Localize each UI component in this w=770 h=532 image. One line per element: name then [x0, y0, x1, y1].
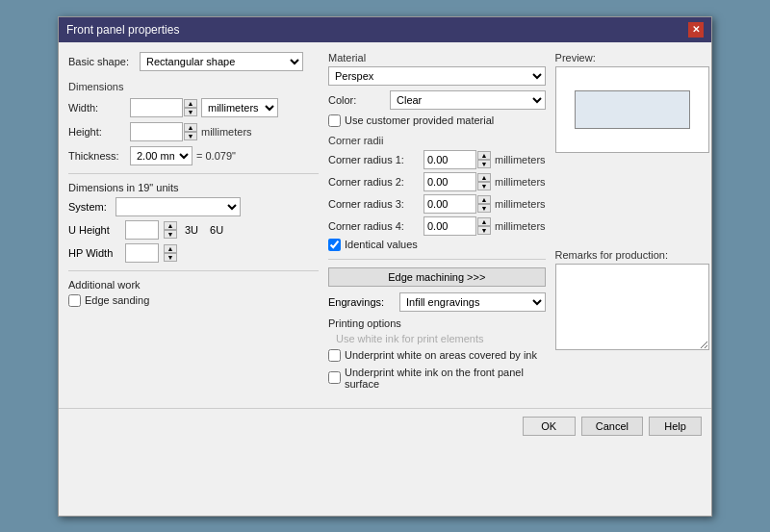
u-height-6u: 6U	[210, 224, 223, 236]
corner-4-down-btn[interactable]: ▼	[477, 226, 491, 235]
left-panel: Basic shape: Rectangular shape Dimension…	[68, 52, 319, 394]
underprint-surface-checkbox[interactable]	[328, 371, 341, 384]
hp-width-down-btn[interactable]: ▼	[164, 253, 177, 262]
dimensions-section: Dimensions Width: 248.00 ▲ ▼ millimeters	[68, 81, 319, 165]
color-select[interactable]: Clear	[390, 90, 546, 110]
use-customer-label: Use customer provided material	[345, 114, 494, 126]
front-panel-dialog: Front panel properties ✕ Basic shape: Re…	[58, 16, 712, 517]
corner-radii-section: Corner radii Corner radius 1: ▲ ▼ millim…	[328, 135, 546, 251]
width-row: Width: 248.00 ▲ ▼ millimeters	[68, 98, 319, 117]
width-spinner: 248.00 ▲ ▼	[130, 98, 197, 117]
divider-2	[68, 270, 319, 271]
corner-radius-4-input[interactable]	[424, 216, 476, 236]
corner-radius-4-label: Corner radius 4:	[328, 220, 420, 232]
printing-options-title: Printing options	[328, 317, 546, 329]
corner-3-down-btn[interactable]: ▼	[477, 204, 491, 213]
close-button[interactable]: ✕	[688, 22, 704, 38]
corner-4-up-btn[interactable]: ▲	[477, 217, 491, 226]
height-unit-text: millimeters	[201, 126, 252, 138]
width-up-btn[interactable]: ▲	[184, 99, 197, 108]
corner-1-down-btn[interactable]: ▼	[477, 160, 491, 168]
dimensions-19-title: Dimensions in 19" units	[68, 182, 319, 193]
dialog-title: Front panel properties	[66, 23, 179, 37]
corner-radius-1-input[interactable]	[424, 150, 476, 169]
bottom-buttons: OK Cancel Help	[59, 408, 711, 443]
u-height-label: U Height	[68, 224, 121, 236]
corner-radius-4-row: Corner radius 4: ▲ ▼ millimeters	[328, 216, 546, 236]
engravings-label: Engravings:	[328, 296, 396, 308]
width-down-btn[interactable]: ▼	[184, 108, 197, 116]
system-row: System:	[68, 197, 319, 216]
additional-work-title: Additional work	[68, 279, 319, 291]
u-height-down-btn[interactable]: ▼	[164, 230, 177, 239]
corner-2-down-btn[interactable]: ▼	[477, 182, 491, 190]
width-unit-select[interactable]: millimeters	[201, 98, 278, 117]
thickness-label: Thickness:	[68, 150, 126, 162]
corner-2-mm: millimeters	[495, 176, 546, 188]
corner-radius-1-label: Corner radius 1:	[328, 154, 420, 165]
hp-width-row: HP Width 0 ▲ ▼	[68, 243, 319, 263]
corner-radius-3-buttons: ▲ ▼	[477, 195, 491, 213]
underprint-surface-label: Underprint white ink on the front panel …	[345, 367, 546, 390]
corner-1-up-btn[interactable]: ▲	[477, 151, 491, 160]
divider-3	[328, 259, 546, 260]
white-ink-label: Use white ink for print elements	[336, 333, 483, 344]
middle-panel: Material Perspex Color: Clear Use custom…	[328, 52, 546, 394]
u-height-input[interactable]: 0	[125, 220, 159, 240]
corner-radius-2-spinner: ▲ ▼	[424, 172, 491, 191]
material-select[interactable]: Perspex	[328, 66, 546, 86]
preview-box	[555, 66, 709, 153]
corner-radius-1-spinner: ▲ ▼	[424, 150, 491, 169]
hp-width-label: HP Width	[68, 247, 121, 259]
corner-radius-4-buttons: ▲ ▼	[477, 217, 491, 235]
corner-4-mm: millimeters	[495, 220, 546, 232]
width-spinner-buttons: ▲ ▼	[184, 99, 197, 116]
dialog-titlebar: Front panel properties ✕	[59, 17, 711, 42]
corner-radius-2-input[interactable]	[424, 172, 476, 191]
underprint-areas-row: Underprint white on areas covered by ink	[328, 349, 546, 362]
corner-radius-3-row: Corner radius 3: ▲ ▼ millimeters	[328, 194, 546, 214]
remarks-textarea[interactable]	[555, 264, 709, 350]
use-customer-checkbox[interactable]	[328, 114, 341, 127]
identical-values-checkbox[interactable]	[328, 239, 341, 251]
width-input[interactable]: 248.00	[130, 98, 183, 117]
preview-label: Preview:	[555, 52, 719, 63]
height-up-btn[interactable]: ▲	[184, 123, 197, 132]
cancel-button[interactable]: Cancel	[581, 417, 643, 436]
corner-2-up-btn[interactable]: ▲	[477, 173, 491, 182]
corner-radius-4-spinner: ▲ ▼	[424, 216, 491, 236]
engravings-row: Engravings: Infill engravings	[328, 292, 546, 312]
underprint-areas-checkbox[interactable]	[328, 349, 341, 362]
basic-shape-label: Basic shape:	[68, 56, 136, 67]
corner-3-mm: millimeters	[495, 198, 546, 210]
dialog-body: Basic shape: Rectangular shape Dimension…	[59, 42, 711, 404]
corner-3-up-btn[interactable]: ▲	[477, 195, 491, 204]
hp-width-input[interactable]: 0	[125, 243, 159, 263]
edge-sanding-row: Edge sanding	[68, 294, 319, 307]
use-customer-row: Use customer provided material	[328, 114, 546, 127]
material-section: Material Perspex Color: Clear Use custom…	[328, 52, 546, 127]
u-height-3u: 3U	[185, 224, 198, 236]
height-down-btn[interactable]: ▼	[184, 132, 197, 140]
edge-sanding-checkbox[interactable]	[68, 294, 81, 307]
remarks-label: Remarks for production:	[555, 249, 719, 261]
help-button[interactable]: Help	[649, 417, 702, 436]
system-select[interactable]	[116, 197, 241, 216]
underprint-surface-row: Underprint white ink on the front panel …	[328, 367, 546, 390]
width-label: Width:	[68, 102, 126, 114]
edge-machining-button[interactable]: Edge machining >>>	[328, 267, 546, 287]
identical-values-label: Identical values	[345, 239, 418, 250]
corner-1-mm: millimeters	[495, 154, 546, 165]
engravings-select[interactable]: Infill engravings	[399, 292, 546, 312]
corner-radius-3-input[interactable]	[424, 194, 476, 214]
system-label: System:	[68, 201, 112, 213]
hp-width-up-btn[interactable]: ▲	[164, 244, 177, 253]
basic-shape-select[interactable]: Rectangular shape	[140, 52, 303, 71]
basic-shape-row: Basic shape: Rectangular shape	[68, 52, 319, 71]
color-row: Color: Clear	[328, 90, 546, 110]
u-height-up-btn[interactable]: ▲	[164, 221, 177, 230]
height-input[interactable]: 76.00	[130, 122, 183, 141]
ok-button[interactable]: OK	[523, 417, 576, 436]
thickness-select[interactable]: 2.00 mm	[130, 146, 192, 165]
additional-work-section: Additional work Edge sanding	[68, 279, 319, 307]
